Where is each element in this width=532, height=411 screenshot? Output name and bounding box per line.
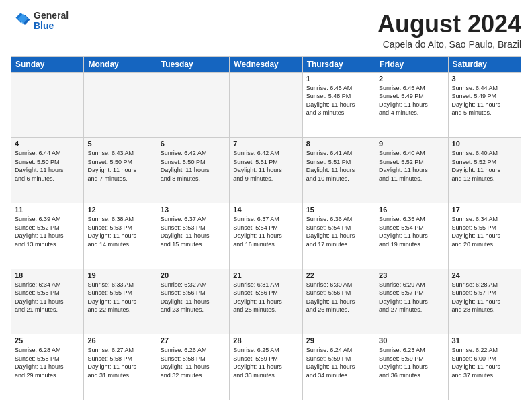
day-info: Sunrise: 6:39 AM Sunset: 5:52 PM Dayligh… [15, 215, 80, 248]
col-tuesday: Tuesday [157, 56, 229, 72]
day-info: Sunrise: 6:34 AM Sunset: 5:55 PM Dayligh… [15, 281, 80, 314]
table-row [84, 72, 157, 138]
table-row: 3Sunrise: 6:44 AM Sunset: 5:49 PM Daylig… [448, 72, 521, 138]
day-number: 7 [233, 140, 298, 148]
location: Capela do Alto, Sao Paulo, Brazil [378, 39, 521, 50]
col-thursday: Thursday [302, 56, 375, 72]
col-monday: Monday [84, 56, 157, 72]
day-number: 4 [15, 140, 80, 148]
day-number: 11 [15, 205, 80, 214]
table-row: 19Sunrise: 6:33 AM Sunset: 5:55 PM Dayli… [84, 269, 157, 334]
day-info: Sunrise: 6:29 AM Sunset: 5:57 PM Dayligh… [379, 281, 444, 314]
calendar-week-row: 11Sunrise: 6:39 AM Sunset: 5:52 PM Dayli… [11, 203, 521, 269]
day-number: 20 [161, 271, 226, 279]
day-number: 8 [306, 140, 371, 148]
month-title: August 2024 [378, 11, 521, 38]
table-row: 31Sunrise: 6:22 AM Sunset: 6:00 PM Dayli… [448, 334, 521, 400]
day-number: 2 [379, 75, 444, 83]
table-row [230, 72, 302, 138]
day-info: Sunrise: 6:42 AM Sunset: 5:50 PM Dayligh… [161, 149, 226, 183]
table-row [157, 72, 229, 138]
day-info: Sunrise: 6:28 AM Sunset: 5:58 PM Dayligh… [15, 346, 80, 379]
day-info: Sunrise: 6:44 AM Sunset: 5:50 PM Dayligh… [15, 149, 80, 183]
day-info: Sunrise: 6:40 AM Sunset: 5:52 PM Dayligh… [379, 149, 444, 183]
col-friday: Friday [375, 56, 448, 72]
day-number: 9 [379, 140, 444, 148]
day-info: Sunrise: 6:36 AM Sunset: 5:54 PM Dayligh… [306, 215, 371, 248]
day-info: Sunrise: 6:34 AM Sunset: 5:55 PM Dayligh… [452, 215, 517, 248]
calendar-week-row: 25Sunrise: 6:28 AM Sunset: 5:58 PM Dayli… [11, 334, 521, 400]
table-row: 13Sunrise: 6:37 AM Sunset: 5:53 PM Dayli… [157, 203, 229, 269]
table-row: 28Sunrise: 6:25 AM Sunset: 5:59 PM Dayli… [230, 334, 302, 400]
day-info: Sunrise: 6:37 AM Sunset: 5:54 PM Dayligh… [233, 215, 298, 248]
day-info: Sunrise: 6:40 AM Sunset: 5:52 PM Dayligh… [452, 149, 517, 183]
day-info: Sunrise: 6:23 AM Sunset: 5:59 PM Dayligh… [379, 346, 444, 379]
day-info: Sunrise: 6:28 AM Sunset: 5:57 PM Dayligh… [452, 281, 517, 314]
day-info: Sunrise: 6:31 AM Sunset: 5:56 PM Dayligh… [233, 281, 298, 314]
table-row: 5Sunrise: 6:43 AM Sunset: 5:50 PM Daylig… [84, 138, 157, 203]
day-number: 21 [233, 271, 298, 279]
calendar-table: Sunday Monday Tuesday Wednesday Thursday… [11, 56, 521, 400]
table-row: 2Sunrise: 6:45 AM Sunset: 5:49 PM Daylig… [375, 72, 448, 138]
day-number: 19 [87, 271, 152, 279]
table-row: 22Sunrise: 6:30 AM Sunset: 5:56 PM Dayli… [302, 269, 375, 334]
table-row: 6Sunrise: 6:42 AM Sunset: 5:50 PM Daylig… [157, 138, 229, 203]
table-row: 21Sunrise: 6:31 AM Sunset: 5:56 PM Dayli… [230, 269, 302, 334]
day-number: 10 [452, 140, 517, 148]
day-number: 28 [233, 336, 298, 345]
day-info: Sunrise: 6:45 AM Sunset: 5:48 PM Dayligh… [306, 84, 371, 118]
table-row: 18Sunrise: 6:34 AM Sunset: 5:55 PM Dayli… [11, 269, 84, 334]
table-row: 29Sunrise: 6:24 AM Sunset: 5:59 PM Dayli… [302, 334, 375, 400]
day-number: 16 [379, 205, 444, 214]
day-info: Sunrise: 6:35 AM Sunset: 5:54 PM Dayligh… [379, 215, 444, 248]
day-info: Sunrise: 6:25 AM Sunset: 5:59 PM Dayligh… [233, 346, 298, 379]
day-number: 31 [452, 336, 517, 345]
col-saturday: Saturday [448, 56, 521, 72]
day-number: 6 [161, 140, 226, 148]
logo-text: General Blue [34, 11, 69, 32]
table-row: 30Sunrise: 6:23 AM Sunset: 5:59 PM Dayli… [375, 334, 448, 400]
table-row: 8Sunrise: 6:41 AM Sunset: 5:51 PM Daylig… [302, 138, 375, 203]
day-number: 15 [306, 205, 371, 214]
table-row: 26Sunrise: 6:27 AM Sunset: 5:58 PM Dayli… [84, 334, 157, 400]
col-wednesday: Wednesday [230, 56, 302, 72]
calendar-header-row: Sunday Monday Tuesday Wednesday Thursday… [11, 56, 521, 72]
day-number: 23 [379, 271, 444, 279]
day-info: Sunrise: 6:22 AM Sunset: 6:00 PM Dayligh… [452, 346, 517, 379]
day-number: 14 [233, 205, 298, 214]
logo: General Blue [11, 11, 69, 32]
table-row: 25Sunrise: 6:28 AM Sunset: 5:58 PM Dayli… [11, 334, 84, 400]
day-number: 30 [379, 336, 444, 345]
day-info: Sunrise: 6:38 AM Sunset: 5:53 PM Dayligh… [87, 215, 152, 248]
table-row: 27Sunrise: 6:26 AM Sunset: 5:58 PM Dayli… [157, 334, 229, 400]
table-row: 17Sunrise: 6:34 AM Sunset: 5:55 PM Dayli… [448, 203, 521, 269]
day-info: Sunrise: 6:27 AM Sunset: 5:58 PM Dayligh… [87, 346, 152, 379]
day-info: Sunrise: 6:44 AM Sunset: 5:49 PM Dayligh… [452, 84, 517, 118]
calendar-week-row: 18Sunrise: 6:34 AM Sunset: 5:55 PM Dayli… [11, 269, 521, 334]
day-number: 1 [306, 75, 371, 83]
day-number: 3 [452, 75, 517, 83]
day-info: Sunrise: 6:45 AM Sunset: 5:49 PM Dayligh… [379, 84, 444, 118]
table-row: 7Sunrise: 6:42 AM Sunset: 5:51 PM Daylig… [230, 138, 302, 203]
day-info: Sunrise: 6:24 AM Sunset: 5:59 PM Dayligh… [306, 346, 371, 379]
day-info: Sunrise: 6:42 AM Sunset: 5:51 PM Dayligh… [233, 149, 298, 183]
table-row: 15Sunrise: 6:36 AM Sunset: 5:54 PM Dayli… [302, 203, 375, 269]
table-row: 14Sunrise: 6:37 AM Sunset: 5:54 PM Dayli… [230, 203, 302, 269]
table-row: 9Sunrise: 6:40 AM Sunset: 5:52 PM Daylig… [375, 138, 448, 203]
table-row [11, 72, 84, 138]
logo-icon [11, 11, 31, 31]
table-row: 1Sunrise: 6:45 AM Sunset: 5:48 PM Daylig… [302, 72, 375, 138]
table-row: 12Sunrise: 6:38 AM Sunset: 5:53 PM Dayli… [84, 203, 157, 269]
day-info: Sunrise: 6:32 AM Sunset: 5:56 PM Dayligh… [161, 281, 226, 314]
day-info: Sunrise: 6:43 AM Sunset: 5:50 PM Dayligh… [87, 149, 152, 183]
title-block: August 2024 Capela do Alto, Sao Paulo, B… [378, 11, 521, 50]
day-number: 12 [87, 205, 152, 214]
table-row: 10Sunrise: 6:40 AM Sunset: 5:52 PM Dayli… [448, 138, 521, 203]
day-number: 17 [452, 205, 517, 214]
day-number: 13 [161, 205, 226, 214]
day-number: 27 [161, 336, 226, 345]
day-number: 24 [452, 271, 517, 279]
calendar-page: General Blue August 2024 Capela do Alto,… [0, 0, 532, 411]
day-info: Sunrise: 6:37 AM Sunset: 5:53 PM Dayligh… [161, 215, 226, 248]
day-info: Sunrise: 6:26 AM Sunset: 5:58 PM Dayligh… [161, 346, 226, 379]
